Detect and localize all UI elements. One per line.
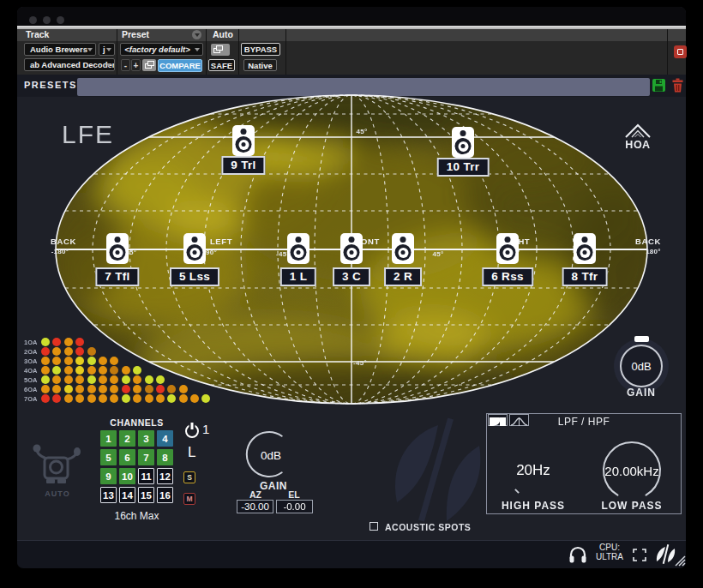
channel-cell-1[interactable]: 1 xyxy=(100,430,117,447)
target-window-button[interactable] xyxy=(674,45,687,58)
channel-cell-4[interactable]: 4 xyxy=(157,430,173,447)
meter-row-7OA: 7OA xyxy=(24,394,213,403)
channel-cell-3[interactable]: 3 xyxy=(138,430,154,447)
cpu-label: CPU: xyxy=(594,543,625,552)
speaker-icon-8-tfr[interactable] xyxy=(574,233,596,264)
elevation-field[interactable]: -0.00 xyxy=(276,500,313,513)
channel-cell-15[interactable]: 15 xyxy=(138,487,154,503)
speaker-label-6-rss[interactable]: 6 Rss xyxy=(482,267,533,286)
track-mini-label: j xyxy=(103,45,105,54)
meter-row-5OA: 5OA xyxy=(24,375,213,384)
channel-cell-5[interactable]: 5 xyxy=(100,449,117,465)
traffic-light-minimize-button[interactable] xyxy=(43,16,51,24)
speaker-icon-2-r[interactable] xyxy=(392,233,414,264)
preset-menu-icon[interactable] xyxy=(192,30,201,39)
speaker-label-9-trl[interactable]: 9 Trl xyxy=(221,156,265,175)
speaker-icon-9-trl[interactable] xyxy=(232,125,255,156)
preset-selector-dropdown[interactable]: <factory default> xyxy=(120,43,203,56)
channel-cell-9[interactable]: 9 xyxy=(100,468,117,484)
meter-dot xyxy=(110,375,118,384)
channel-cell-6[interactable]: 6 xyxy=(119,449,135,465)
mute-button[interactable]: M xyxy=(183,493,195,505)
low-pass-value[interactable]: 20.00kHz xyxy=(604,464,658,478)
speaker-icon-5-lss[interactable] xyxy=(183,233,206,264)
meter-dot xyxy=(133,394,141,403)
track-selector-dropdown[interactable]: Audio Brewers xyxy=(24,43,96,56)
azimuth-field[interactable]: -30.00 xyxy=(237,500,273,513)
channel-cell-8[interactable]: 8 xyxy=(157,449,173,465)
meter-dot xyxy=(41,394,50,403)
plugin-selector-dropdown[interactable]: ab Advanced Decoder xyxy=(24,58,115,71)
channel-cell-16[interactable]: 16 xyxy=(157,487,173,503)
speaker-label-10-trr[interactable]: 10 Trr xyxy=(437,158,490,177)
map-gain-knob[interactable]: 0dB xyxy=(620,345,663,387)
meter-dot xyxy=(52,385,61,393)
bypass-button[interactable]: BYPASS xyxy=(241,43,280,56)
fullscreen-icon[interactable] xyxy=(633,549,646,561)
meter-dot xyxy=(52,357,61,365)
speaker-label-5-lss[interactable]: 5 Lss xyxy=(170,267,219,286)
compare-button[interactable]: COMPARE xyxy=(158,59,202,72)
lfe-label[interactable]: LFE xyxy=(62,120,114,149)
traffic-light-close-button[interactable] xyxy=(29,16,37,24)
meter-row-1OA: 1OA xyxy=(24,338,213,346)
cpu-indicator[interactable]: CPU: ULTRA xyxy=(594,543,625,561)
headphones-icon[interactable] xyxy=(568,545,587,563)
map-angle-label: 180° xyxy=(646,248,661,255)
solo-button[interactable]: S xyxy=(183,471,195,483)
map-gain-value: 0dB xyxy=(631,360,651,373)
auto-mode-label[interactable]: AUTO xyxy=(39,489,75,498)
speaker-label-1-l[interactable]: 1 L xyxy=(280,267,316,286)
meter-dot xyxy=(52,394,61,403)
presets-label: PRESETS xyxy=(24,80,77,90)
channel-cell-7[interactable]: 7 xyxy=(138,449,154,465)
channel-cell-13[interactable]: 13 xyxy=(100,487,117,503)
delete-preset-icon[interactable] xyxy=(670,78,685,93)
auto-robot-icon[interactable] xyxy=(29,444,84,489)
traffic-light-zoom-button[interactable] xyxy=(57,16,64,24)
speaker-icon-3-c[interactable] xyxy=(340,233,363,264)
meter-dot xyxy=(99,357,107,365)
meter-row-label: 5OA xyxy=(24,376,41,384)
channel-cell-10[interactable]: 10 xyxy=(119,468,135,484)
speaker-icon-1-l[interactable] xyxy=(287,233,309,264)
meter-dot xyxy=(110,385,118,393)
meter-dot xyxy=(99,366,107,375)
safe-button[interactable]: SAFE xyxy=(208,59,235,71)
channel-cell-11[interactable]: 11 xyxy=(138,468,154,484)
high-pass-value[interactable]: 20Hz xyxy=(516,462,550,479)
speaker-icon-10-trr[interactable] xyxy=(452,127,474,158)
acoustic-spots-checkbox[interactable] xyxy=(370,522,378,531)
channel-cell-2[interactable]: 2 xyxy=(119,430,135,447)
speaker-label-8-tfr[interactable]: 8 Tfr xyxy=(562,267,608,286)
power-icon[interactable] xyxy=(185,424,199,438)
speaker-label-7-tfl[interactable]: 7 Tfl xyxy=(95,267,139,286)
native-button[interactable]: Native xyxy=(243,59,277,71)
meter-row-label: 4OA xyxy=(24,367,41,375)
preset-prev-button[interactable]: - xyxy=(121,59,130,71)
track-mini-dropdown[interactable]: j xyxy=(99,43,115,56)
meter-dot xyxy=(110,394,118,403)
auto-copy-button[interactable] xyxy=(211,44,230,56)
meter-dot xyxy=(75,357,84,365)
preset-next-button[interactable]: + xyxy=(131,59,141,71)
hoa-roof-icon[interactable] xyxy=(624,123,652,139)
target-icon xyxy=(677,49,683,55)
meter-dot xyxy=(64,375,73,384)
chevron-down-icon xyxy=(106,63,111,67)
channel-letter: L xyxy=(188,444,195,461)
screen: Track Preset Auto Audio Brewers j ab Adv… xyxy=(0,0,703,588)
meter-dot xyxy=(75,375,84,384)
map-angle-label: LEFT xyxy=(210,237,232,246)
speaker-label-2-r[interactable]: 2 R xyxy=(384,267,422,286)
source-gain-value: 0dB xyxy=(261,449,281,462)
channel-cell-12[interactable]: 12 xyxy=(157,468,173,484)
speaker-label-3-c[interactable]: 3 C xyxy=(333,267,370,286)
speaker-icon-6-rss[interactable] xyxy=(496,233,519,264)
channel-cell-14[interactable]: 14 xyxy=(119,487,135,503)
meter-dot xyxy=(122,394,130,403)
resize-handle[interactable] xyxy=(674,555,686,567)
preset-copy-button[interactable] xyxy=(142,59,156,71)
speaker-icon-7-tfl[interactable] xyxy=(106,233,129,264)
save-preset-icon[interactable] xyxy=(652,78,667,93)
